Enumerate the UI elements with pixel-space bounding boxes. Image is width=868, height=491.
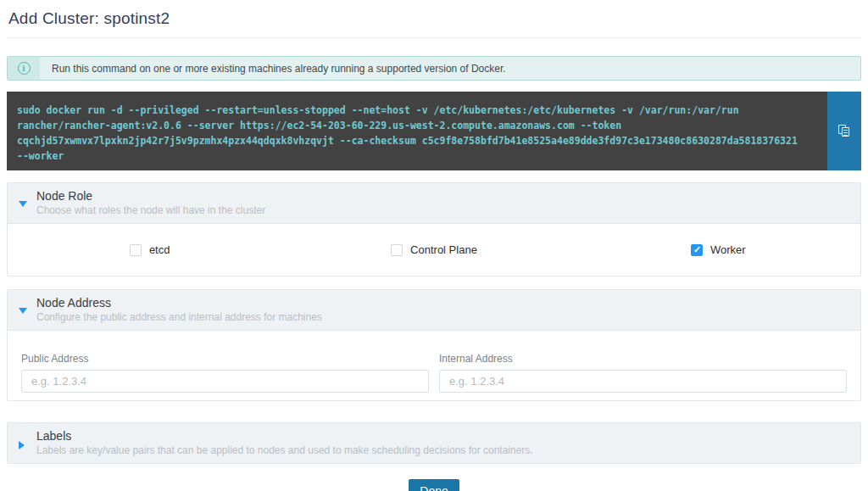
etcd-checkbox[interactable] <box>130 244 142 256</box>
docker-command-block: sudo docker run -d --privileged --restar… <box>7 92 861 170</box>
node-address-subtitle: Configure the public address and interna… <box>36 311 850 323</box>
labels-section: Labels Labels are key/value pairs that c… <box>7 422 861 464</box>
public-address-field-group: Public Address <box>21 353 429 393</box>
internal-address-input[interactable] <box>439 370 847 393</box>
copy-command-button[interactable] <box>827 92 861 170</box>
checkbox-control-plane[interactable]: Control Plane <box>391 243 477 256</box>
checkbox-worker[interactable]: Worker <box>691 243 746 256</box>
node-role-title: Node Role <box>36 189 850 203</box>
info-icon-cell: i <box>8 57 40 80</box>
public-address-label: Public Address <box>21 353 429 365</box>
public-address-input[interactable] <box>21 370 429 393</box>
add-cluster-page: Add Cluster: spotinst2 i Run this comman… <box>0 0 868 491</box>
footer: Done <box>7 479 861 491</box>
done-button[interactable]: Done <box>409 479 459 491</box>
node-address-title: Node Address <box>36 296 850 310</box>
internal-address-field-group: Internal Address <box>439 353 847 393</box>
info-icon: i <box>18 62 31 75</box>
chevron-right-icon <box>19 441 25 449</box>
worker-label: Worker <box>710 243 746 256</box>
node-address-fields: Public Address Internal Address <box>8 330 860 400</box>
info-banner: i Run this command on one or more existi… <box>7 56 861 81</box>
checkbox-etcd[interactable]: etcd <box>130 243 170 256</box>
node-role-subtitle: Choose what roles the node will have in … <box>36 204 850 216</box>
chevron-down-icon <box>19 201 27 207</box>
node-address-section: Node Address Configure the public addres… <box>7 289 861 401</box>
node-role-options: etcd Control Plane Worker <box>8 223 860 276</box>
control-plane-checkbox[interactable] <box>391 244 403 256</box>
internal-address-label: Internal Address <box>439 353 847 365</box>
title-divider <box>7 37 861 38</box>
node-role-section: Node Role Choose what roles the node wil… <box>7 182 861 276</box>
worker-checkbox[interactable] <box>691 244 703 256</box>
labels-subtitle: Labels are key/value pairs that can be a… <box>36 444 850 456</box>
page-title: Add Cluster: spotinst2 <box>7 0 861 28</box>
labels-title: Labels <box>36 429 850 443</box>
banner-text: Run this command on one or more existing… <box>40 57 506 80</box>
chevron-down-icon <box>19 308 27 314</box>
etcd-label: etcd <box>149 243 170 256</box>
node-role-header[interactable]: Node Role Choose what roles the node wil… <box>8 183 860 223</box>
clipboard-copy-icon <box>837 125 851 138</box>
node-address-header[interactable]: Node Address Configure the public addres… <box>8 290 860 330</box>
docker-command-text: sudo docker run -d --privileged --restar… <box>7 92 827 170</box>
control-plane-label: Control Plane <box>410 243 477 256</box>
labels-header[interactable]: Labels Labels are key/value pairs that c… <box>8 423 860 463</box>
